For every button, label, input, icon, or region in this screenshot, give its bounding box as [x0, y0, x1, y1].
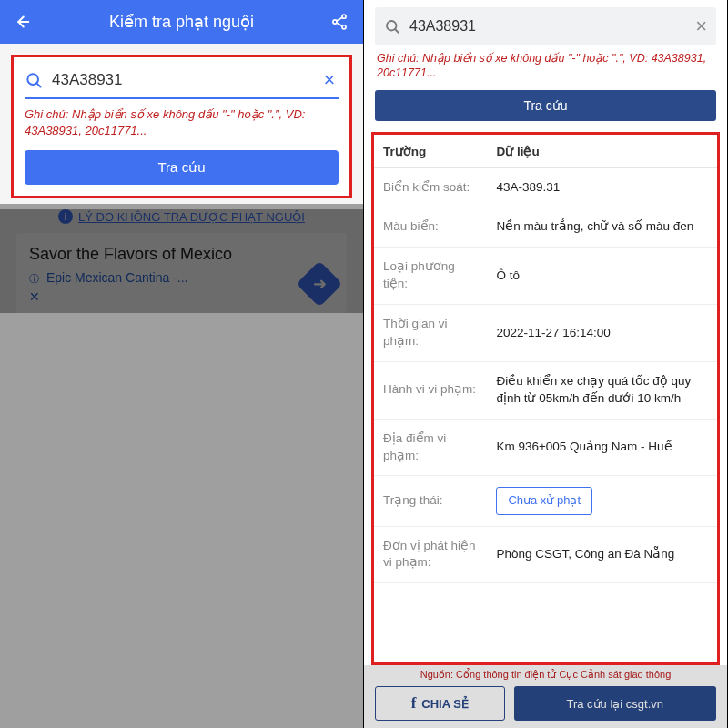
search-button[interactable]: Tra cứu — [375, 90, 716, 121]
ad-card[interactable]: Savor the Flavors of Mexico ➜ ⓘ Epic Mex… — [16, 233, 347, 313]
field-cell: Trạng thái: — [374, 476, 487, 526]
input-hint: Ghi chú: Nhập biển số xe không dấu "-" h… — [25, 106, 339, 139]
bottom-actions: f CHIA SẺ Tra cứu lại csgt.vn — [364, 686, 727, 728]
table-row: Địa điểm vi phạm:Km 936+005 Quảng Nam - … — [374, 419, 717, 476]
ad-title: Savor the Flavors of Mexico — [29, 244, 334, 265]
info-icon: i — [58, 209, 73, 224]
table-row: Thời gian vi phạm:2022-11-27 16:14:00 — [374, 305, 717, 362]
data-cell: Phòng CSGT, Công an Đà Nẵng — [487, 526, 717, 583]
table-row: Đơn vị phát hiện vi phạm:Phòng CSGT, Côn… — [374, 526, 717, 583]
header-field: Trường — [374, 135, 487, 168]
results-table: Trường Dữ liệu Biển kiểm soát:43A-389.31… — [374, 135, 717, 584]
source-text: Nguồn: Cổng thông tin điện tử Cục Cảnh s… — [364, 665, 727, 686]
search-row: × — [375, 7, 716, 46]
plate-input[interactable] — [52, 71, 311, 89]
plate-input[interactable] — [410, 18, 686, 35]
field-cell: Loại phương tiện: — [374, 248, 487, 305]
data-cell: Ô tô — [487, 248, 717, 305]
right-screenshot: × Ghi chú: Nhập biển số xe không dấu "-"… — [364, 0, 728, 728]
field-cell: Đơn vị phát hiện vi phạm: — [374, 526, 487, 583]
data-cell: Nền màu trắng, chữ và số màu đen — [487, 207, 717, 248]
ad-subtitle: ⓘ Epic Mexican Cantina -... — [29, 270, 334, 286]
reason-link-label: LÝ DO KHÔNG TRA ĐƯỢC PHẠT NGUỘI — [78, 210, 305, 224]
results-table-wrap: Trường Dữ liệu Biển kiểm soát:43A-389.31… — [371, 132, 720, 666]
back-icon[interactable] — [11, 12, 33, 32]
data-cell: Km 936+005 Quảng Nam - Huế — [487, 419, 717, 476]
data-cell: Chưa xử phạt — [487, 476, 717, 526]
data-cell: Điều khiển xe chạy quá tốc độ quy định t… — [487, 361, 717, 419]
field-cell: Thời gian vi phạm: — [374, 305, 487, 362]
table-row: Biển kiểm soát:43A-389.31 — [374, 167, 717, 207]
clear-icon[interactable]: × — [695, 15, 707, 38]
data-cell: 2022-11-27 16:14:00 — [487, 305, 717, 362]
table-row: Trạng thái:Chưa xử phạt — [374, 476, 717, 526]
svg-line-9 — [395, 29, 399, 33]
search-button[interactable]: Tra cứu — [25, 150, 339, 185]
field-cell: Hành vi vi phạm: — [374, 361, 487, 419]
clear-icon[interactable]: × — [320, 68, 339, 92]
search-icon — [384, 18, 400, 35]
search-icon — [25, 71, 43, 89]
input-hint: Ghi chú: Nhập biển số xe không dấu "-" h… — [364, 46, 727, 90]
table-row: Hành vi vi phạm:Điều khiển xe chạy quá t… — [374, 361, 717, 419]
retry-button[interactable]: Tra cứu lại csgt.vn — [514, 686, 717, 721]
share-button[interactable]: f CHIA SẺ — [375, 686, 505, 721]
table-row: Màu biển:Nền màu trắng, chữ và số màu đe… — [374, 207, 717, 248]
status-chip: Chưa xử phạt — [496, 487, 592, 514]
field-cell: Màu biển: — [374, 207, 487, 248]
field-cell: Địa điểm vi phạm: — [374, 419, 487, 476]
page-title: Kiểm tra phạt nguội — [33, 12, 330, 32]
share-label: CHIA SẺ — [421, 697, 469, 711]
svg-line-7 — [36, 83, 40, 86]
reason-link[interactable]: i LÝ DO KHÔNG TRA ĐƯỢC PHẠT NGUỘI — [0, 209, 363, 224]
field-cell: Biển kiểm soát: — [374, 167, 487, 207]
facebook-icon: f — [411, 694, 417, 713]
ad-close-icon[interactable]: ✕ — [29, 289, 334, 304]
left-screenshot: Kiểm tra phạt nguội × Ghi chú: Nhập biển… — [0, 0, 364, 728]
ad-info-icon: ⓘ — [29, 273, 39, 284]
share-icon[interactable] — [330, 13, 352, 31]
app-header: Kiểm tra phạt nguội — [0, 0, 363, 44]
search-row: × — [25, 68, 339, 99]
header-data: Dữ liệu — [487, 135, 717, 168]
data-cell: 43A-389.31 — [487, 167, 717, 207]
table-row: Loại phương tiện:Ô tô — [374, 248, 717, 305]
svg-line-4 — [337, 17, 342, 21]
svg-line-5 — [337, 23, 342, 26]
search-area: × — [364, 0, 727, 46]
search-card: × Ghi chú: Nhập biển số xe không dấu "-"… — [11, 55, 352, 198]
